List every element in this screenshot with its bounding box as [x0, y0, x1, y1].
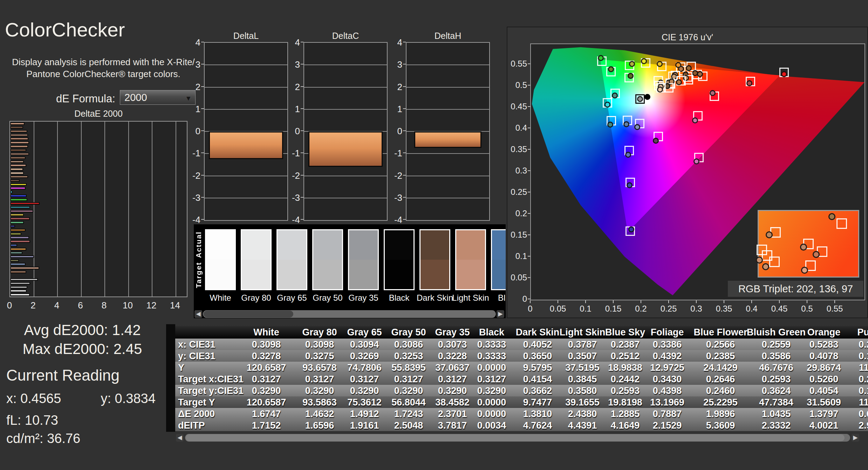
gridline	[406, 198, 489, 198]
cie-measured-point	[657, 87, 663, 93]
table-cell: 0.3580	[568, 386, 597, 396]
table-scroll-right-icon[interactable]: ▶	[852, 434, 859, 442]
tick-mark	[641, 300, 641, 303]
table-cell: 25.2295	[703, 397, 738, 408]
cie-measured-point	[625, 152, 631, 158]
cie-y-tick-label: 0.05	[507, 273, 527, 282]
tick-mark	[201, 175, 204, 176]
description: Display analysis is performed with the X…	[11, 56, 196, 80]
deltae-bar	[10, 278, 38, 281]
deltaC-chart	[303, 42, 388, 221]
table-cell: 0.6	[859, 409, 868, 420]
table-cell: 0.3086	[394, 339, 423, 350]
deltaL-y-tick-label: -1	[183, 148, 200, 159]
table-cell: 0.5283	[809, 339, 839, 350]
deltae-bar	[10, 271, 26, 273]
tick-mark	[201, 152, 204, 153]
tick-mark	[201, 130, 204, 131]
table-cell: 12.9725	[650, 362, 684, 373]
table-cell: 0.3127	[477, 374, 506, 385]
table-scrollbar[interactable]	[185, 434, 850, 442]
gridline	[406, 64, 489, 65]
swatch-target	[421, 260, 449, 289]
deltaC-y-tick-label: -3	[282, 192, 300, 203]
deltaC-y-tick-label: 3	[282, 59, 300, 70]
swatch-dark-skin	[419, 229, 450, 290]
deltae-bar	[10, 157, 26, 159]
table-row: Target y:CIE310.32900.32900.32900.32900.…	[175, 385, 868, 396]
deltae-x-tick-label: 10	[121, 300, 135, 311]
deltae-bar	[10, 229, 26, 232]
deltae-bar	[10, 206, 30, 209]
swatch-scroll-left-icon[interactable]: ◀	[194, 310, 202, 318]
table-cell: 55.8395	[391, 362, 426, 373]
inset-measured-point	[766, 231, 773, 238]
swatch-target	[492, 260, 506, 289]
swatch-scrollbar-thumb[interactable]	[204, 311, 293, 318]
swatch-actual	[456, 230, 485, 260]
swatch-scroll-right-icon[interactable]: ▶	[497, 310, 504, 318]
deltae-bar	[10, 187, 26, 190]
y-value: 0.3834	[115, 391, 156, 406]
cie-measured-point	[628, 73, 634, 79]
table-cell: 37.5195	[565, 362, 600, 373]
swatch-target	[385, 260, 414, 289]
deltaC-y-tick-label: -4	[282, 214, 300, 225]
table-cell: 0.3290	[305, 386, 334, 396]
tick-mark	[585, 300, 586, 303]
table-cell: 4.0021	[809, 420, 839, 431]
cie-measured-point	[608, 66, 614, 72]
tick-mark	[403, 64, 406, 64]
table-cell: 0.3787	[568, 339, 597, 350]
row-label: Target x:CIE31	[178, 374, 244, 385]
swatch-black	[384, 229, 415, 290]
gridline	[406, 153, 489, 154]
cie-y-tick-label: 0.45	[507, 102, 527, 111]
gridline	[304, 64, 387, 65]
table-scroll-left-icon[interactable]: ◀	[176, 434, 184, 442]
deltaL-y-tick-label: 4	[183, 37, 200, 48]
table-cell: 0.2559	[762, 339, 791, 350]
table-cell: 0.5260	[809, 374, 839, 385]
tick-mark	[530, 300, 531, 303]
tick-mark	[807, 300, 807, 303]
table-cell: 0.1	[859, 351, 868, 362]
gridline	[304, 176, 387, 176]
deltae-bar	[10, 263, 26, 266]
table-cell: 0.3650	[523, 351, 552, 362]
results-table: WhiteGray 80Gray 65Gray 50Gray 35BlackDa…	[166, 324, 868, 448]
gridline	[176, 122, 176, 297]
table-row: dEITP1.71521.65961.91612.50483.78170.003…	[175, 420, 868, 431]
row-label: dEITP	[178, 420, 205, 431]
table-cell: 4.1649	[611, 420, 640, 431]
column-header-gray-80: Gray 80	[302, 327, 337, 338]
table-cell: 0.3098	[305, 339, 334, 350]
tick-mark	[403, 130, 406, 131]
table-cell: 2.1529	[653, 420, 682, 431]
cie-y-tick-label: 0.1	[507, 251, 527, 261]
table-scrollbar-thumb[interactable]	[186, 434, 845, 441]
cie-x-tick-label: 0.05	[546, 304, 570, 314]
table-cell: 38.4582	[435, 397, 470, 408]
deltae-bar	[10, 183, 27, 186]
table-cell: 0.4078	[809, 351, 839, 362]
inset-target-square	[836, 218, 847, 229]
table-cell: 1.6747	[252, 409, 281, 420]
deltae-bar	[10, 240, 30, 243]
table-cell: 0.3098	[252, 339, 281, 350]
swatch-light-skin	[455, 229, 486, 290]
table-cell: 19.8198	[608, 397, 642, 408]
table-cell: 0.4154	[523, 374, 552, 385]
table-cell: 120.6587	[247, 397, 286, 408]
tick-mark	[528, 85, 530, 86]
deltae-bar	[10, 213, 24, 216]
swatch-scrollbar[interactable]	[203, 310, 496, 318]
table-cell: 0.3662	[523, 386, 552, 396]
deltae-bar	[10, 252, 22, 254]
mini-chart-title: DeltaH	[406, 31, 490, 41]
table-cell: 0.3127	[252, 374, 281, 385]
tick-mark	[301, 175, 303, 176]
cie-x-tick-label: 0.15	[601, 304, 626, 314]
gridline	[205, 109, 287, 110]
table-cell: 0.0000	[477, 409, 506, 420]
